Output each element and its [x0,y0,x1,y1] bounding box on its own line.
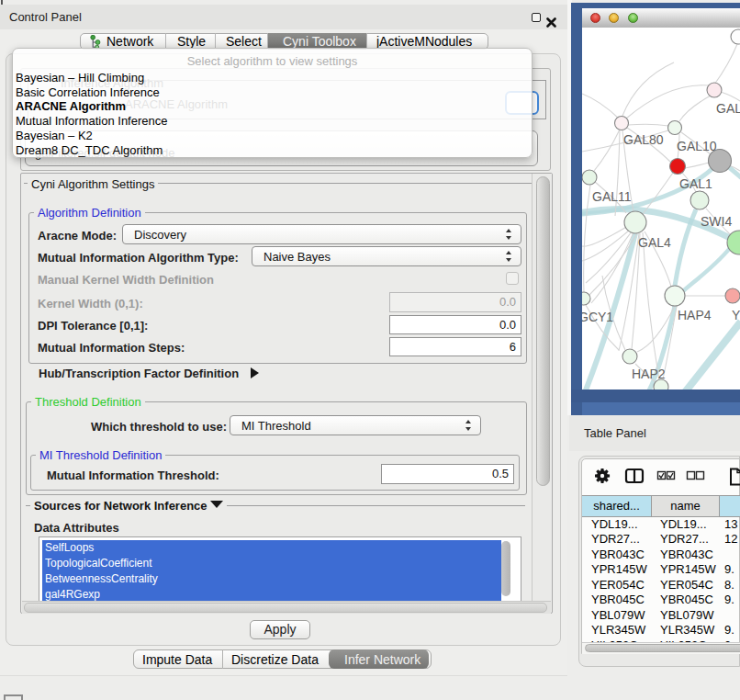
svg-text:GAL11: GAL11 [592,189,632,204]
svg-text:GAL80: GAL80 [623,132,664,147]
svg-text:GAL1: GAL1 [679,176,712,191]
svg-text:GCY1: GCY1 [582,310,613,324]
svg-text:GAL7: GAL7 [716,101,740,116]
svg-text:GAL4: GAL4 [638,235,671,250]
svg-text:HAP2: HAP2 [632,367,666,381]
svg-text:Y: Y [732,308,740,322]
svg-text:GAL10: GAL10 [677,139,717,153]
svg-text:SWI4: SWI4 [701,214,732,229]
svg-text:HAP4: HAP4 [678,308,712,322]
